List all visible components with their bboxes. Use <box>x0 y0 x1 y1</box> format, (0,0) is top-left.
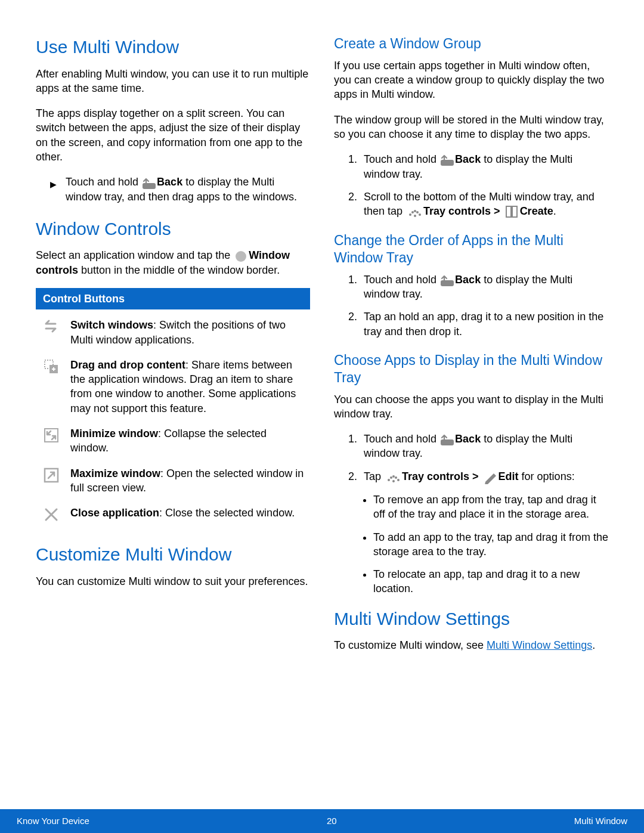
footer-page-number: 20 <box>327 815 337 827</box>
step: 2. Tap Tray controls > Edit for options: <box>348 469 608 484</box>
para: You can customize Multi window to suit y… <box>36 574 310 589</box>
back-icon <box>441 433 454 445</box>
para: If you use certain apps together in Mult… <box>334 58 608 102</box>
control-row-switch: Switch windows: Switch the positions of … <box>36 315 310 355</box>
para: After enabling Multi window, you can use… <box>36 67 310 96</box>
back-icon <box>441 274 454 286</box>
multi-window-settings-link[interactable]: Multi Window Settings <box>487 639 592 651</box>
heading-change-order: Change the Order of Apps in the Multi Wi… <box>334 232 608 267</box>
maximize-icon <box>39 466 63 496</box>
control-row-close: Close application: Close the selected wi… <box>36 503 310 531</box>
heading-settings: Multi Window Settings <box>334 607 608 631</box>
para: The window group will be stored in the M… <box>334 113 608 142</box>
tray-dots-icon <box>407 206 422 217</box>
page-footer: Know Your Device 20 Multi Window <box>0 809 644 833</box>
footer-left: Know Your Device <box>17 815 89 827</box>
close-icon <box>39 506 63 522</box>
heading-use-multi-window: Use Multi Window <box>36 35 310 60</box>
step: 1. Touch and hold Back to display the Mu… <box>348 152 608 181</box>
bullet: To relocate an app, tap and drag it to a… <box>373 567 608 596</box>
back-icon <box>143 177 156 189</box>
step: 1. Touch and hold Back to display the Mu… <box>348 272 608 302</box>
page-body: Use Multi Window After enabling Multi wi… <box>0 0 644 664</box>
window-controls-dot-icon <box>234 250 247 263</box>
edit-pencil-icon <box>483 470 497 484</box>
control-buttons-header: Control Buttons <box>36 288 310 309</box>
para: To customize Multi window, see Multi Win… <box>334 638 608 652</box>
left-column: Use Multi Window After enabling Multi wi… <box>36 33 310 664</box>
drag-drop-icon <box>39 358 63 416</box>
heading-window-controls: Window Controls <box>36 217 310 241</box>
switch-windows-icon <box>39 318 63 347</box>
bullet: To remove an app from the tray, tap and … <box>373 493 608 522</box>
create-group-icon <box>504 205 519 219</box>
footer-right: Multi Window <box>574 815 627 827</box>
step: 1. Touch and hold Back to display the Mu… <box>348 432 608 461</box>
control-row-maximize: Maximize window: Open the selected windo… <box>36 464 310 504</box>
bullet: To add an app to the tray, tap and drag … <box>373 530 608 559</box>
tray-dots-icon <box>385 472 401 482</box>
triangle-bullet-icon: ▶ <box>50 179 57 189</box>
step: 2. Scroll to the bottom of the Multi win… <box>348 190 608 219</box>
para: The apps display together on a split scr… <box>36 106 310 164</box>
heading-choose-apps: Choose Apps to Display in the Multi Wind… <box>334 352 608 386</box>
step: 2. Tap an hold an app, drag it to a new … <box>348 309 608 339</box>
heading-customize: Customize Multi Window <box>36 543 310 567</box>
para: Select an application window and tap the… <box>36 248 310 277</box>
para: You can choose the apps you want to disp… <box>334 392 608 422</box>
minimize-icon <box>39 426 63 456</box>
back-icon <box>441 154 454 166</box>
control-row-minimize: Minimize window: Collapse the selected w… <box>36 424 310 464</box>
right-column: Create a Window Group If you use certain… <box>334 33 608 664</box>
heading-create-group: Create a Window Group <box>334 35 608 52</box>
control-row-drag: Drag and drop content: Share items betwe… <box>36 355 310 424</box>
step: ▶ Touch and hold Back to display the Mul… <box>50 175 310 204</box>
